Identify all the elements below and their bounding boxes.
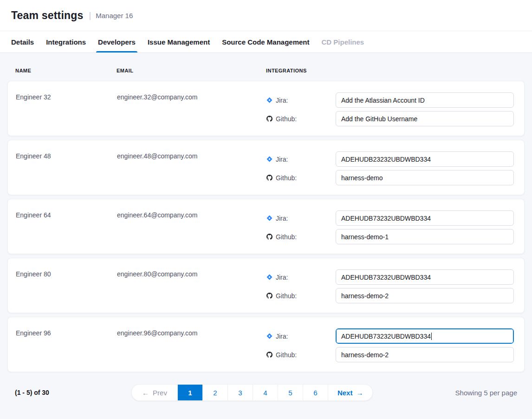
pagination-summary: (1 - 5) of 30 — [15, 389, 49, 396]
github-input[interactable]: harness-demo-2 — [336, 347, 514, 362]
arrow-left-icon: ← — [142, 389, 149, 397]
tab-bar: Details Integrations Developers Issue Ma… — [0, 31, 532, 53]
github-label: Github: — [276, 115, 297, 123]
developer-name: Engineer 32 — [16, 92, 117, 126]
jira-input[interactable]: ADEHUDB73232UBDWBD334 — [336, 210, 514, 226]
github-icon — [266, 175, 272, 181]
jira-label: Jira: — [276, 156, 288, 163]
title-divider: | — [89, 11, 91, 20]
tab-cd-pipelines: CD Pipelines — [322, 31, 364, 52]
table-row: Engineer 48 engineer.48@company.com Jira… — [7, 140, 525, 195]
page-header: Team settings | Manager 16 — [0, 0, 532, 31]
github-icon — [266, 234, 272, 240]
github-label: Github: — [276, 174, 297, 182]
github-label: Github: — [276, 351, 297, 359]
jira-label: Jira: — [276, 215, 288, 222]
jira-label: Jira: — [276, 274, 288, 281]
prev-page-button[interactable]: ←Prev — [132, 385, 177, 400]
developer-email: engineer.96@company.com — [117, 328, 266, 362]
developer-name: Engineer 96 — [16, 328, 117, 362]
page-subtitle: Manager 16 — [96, 12, 133, 20]
developer-name: Engineer 48 — [16, 151, 117, 185]
jira-input-focused[interactable]: ADEHUDB73232UBDWBD334 — [336, 328, 514, 344]
table-row: Engineer 96 engineer.96@company.com Jira… — [7, 317, 525, 372]
page-button-3[interactable]: 3 — [227, 385, 253, 400]
developer-email: engineer.32@company.com — [117, 92, 266, 126]
table-column-headers: NAME EMAIL INTEGRATIONS — [7, 68, 525, 73]
github-label: Github: — [276, 292, 297, 300]
page-button-4[interactable]: 4 — [253, 385, 278, 400]
page-button-6[interactable]: 6 — [303, 385, 328, 400]
jira-label: Jira: — [276, 333, 288, 340]
page-button-2[interactable]: 2 — [202, 385, 227, 400]
jira-icon — [266, 333, 272, 339]
github-icon — [266, 352, 272, 358]
github-input[interactable]: harness-demo — [336, 170, 514, 185]
github-input[interactable]: Add the GitHub Username — [336, 111, 514, 126]
tab-issue-management[interactable]: Issue Management — [148, 31, 210, 52]
developer-email: engineer.48@company.com — [117, 151, 266, 185]
github-icon — [266, 116, 272, 122]
arrow-right-icon: → — [356, 389, 363, 397]
developer-email: engineer.64@company.com — [117, 210, 266, 244]
page-title: Team settings — [11, 9, 84, 22]
developer-email: engineer.80@company.com — [117, 269, 266, 303]
pagination: ←Prev 1 2 3 4 5 6 Next→ — [131, 384, 373, 401]
github-input[interactable]: harness-demo-1 — [336, 229, 514, 244]
jira-icon — [266, 97, 272, 103]
jira-input[interactable]: ADEHUDB23232UBDWBD334 — [336, 151, 514, 167]
github-label: Github: — [276, 233, 297, 241]
next-page-button[interactable]: Next→ — [328, 385, 373, 400]
developer-name: Engineer 80 — [16, 269, 117, 303]
tab-integrations[interactable]: Integrations — [46, 31, 86, 52]
jira-icon — [266, 274, 272, 280]
page-button-5[interactable]: 5 — [278, 385, 303, 400]
jira-label: Jira: — [276, 97, 288, 104]
tab-details[interactable]: Details — [11, 31, 34, 52]
per-page-label: Showing 5 per page — [455, 389, 517, 397]
page-button-1[interactable]: 1 — [177, 385, 202, 400]
table-row: Engineer 80 engineer.80@company.com Jira… — [7, 258, 525, 313]
developers-panel: NAME EMAIL INTEGRATIONS Engineer 32 engi… — [0, 53, 532, 401]
jira-input[interactable]: ADEHUDB73232UBDWBD334 — [336, 269, 514, 285]
github-input[interactable]: harness-demo-2 — [336, 288, 514, 303]
jira-icon — [266, 156, 272, 162]
text-caret — [431, 333, 432, 340]
github-icon — [266, 293, 272, 299]
table-row: Engineer 32 engineer.32@company.com Jira… — [7, 81, 525, 136]
tab-developers[interactable]: Developers — [98, 31, 136, 52]
column-header-email: EMAIL — [117, 68, 266, 73]
jira-icon — [266, 215, 272, 221]
column-header-integrations: INTEGRATIONS — [266, 68, 525, 73]
tab-source-code-management[interactable]: Source Code Management — [222, 31, 309, 52]
jira-input[interactable]: Add the Atlassian Account ID — [336, 92, 514, 108]
table-row: Engineer 64 engineer.64@company.com Jira… — [7, 199, 525, 254]
pagination-bar: (1 - 5) of 30 ←Prev 1 2 3 4 5 6 Next→ Sh… — [7, 384, 525, 401]
column-header-name: NAME — [15, 68, 117, 73]
developer-name: Engineer 64 — [16, 210, 117, 244]
